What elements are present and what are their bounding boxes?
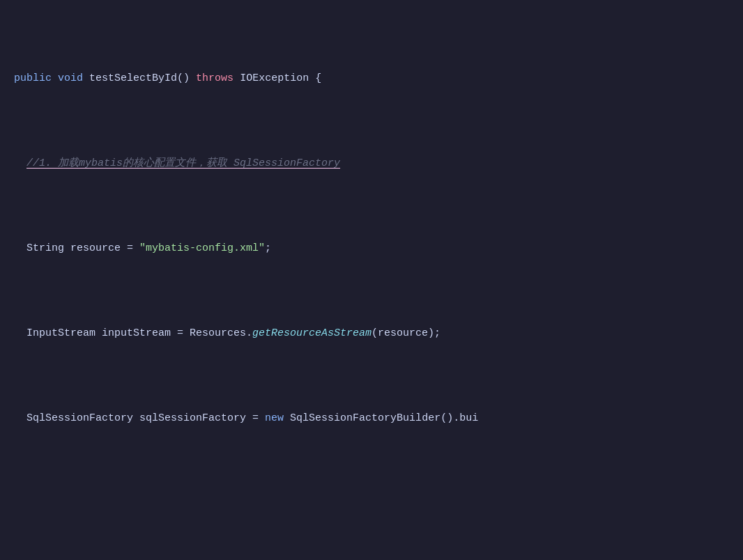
- string-value: "mybatis-config.xml": [139, 242, 265, 254]
- factory-end: SqlSessionFactoryBuilder().bui: [284, 412, 478, 424]
- semicolon: ;: [265, 242, 271, 254]
- line-string-resource: String resource = "mybatis-config.xml";: [14, 240, 729, 258]
- code-editor: public void testSelectById() throws IOEx…: [0, 3, 743, 560]
- keyword-new: new: [265, 412, 284, 424]
- keyword-throws: throws: [196, 72, 233, 84]
- line-factory: SqlSessionFactory sqlSessionFactory = ne…: [14, 410, 729, 428]
- inputstream-decl: InputStream inputStream = Resources.: [26, 327, 252, 339]
- empty-1: [14, 478, 729, 496]
- method-name: testSelectById(): [89, 72, 196, 84]
- factory-decl: SqlSessionFactory sqlSessionFactory =: [26, 412, 265, 424]
- keyword-public: public: [14, 72, 52, 84]
- exception-name: IOException {: [240, 72, 321, 84]
- comment-line-1: //1. 加载mybatis的核心配置文件，获取 SqlSessionFacto…: [14, 155, 729, 173]
- method-getresource: getResourceAsStream: [252, 327, 372, 339]
- type-string: String resource =: [26, 242, 139, 254]
- comment-1: //1. 加载mybatis的核心配置文件，获取 SqlSessionFacto…: [26, 157, 340, 169]
- line-inputstream: InputStream inputStream = Resources.getR…: [14, 325, 729, 343]
- keyword-void: void: [58, 72, 83, 84]
- line-1: public void testSelectById() throws IOEx…: [14, 70, 729, 88]
- inputstream-end: (resource);: [372, 327, 441, 339]
